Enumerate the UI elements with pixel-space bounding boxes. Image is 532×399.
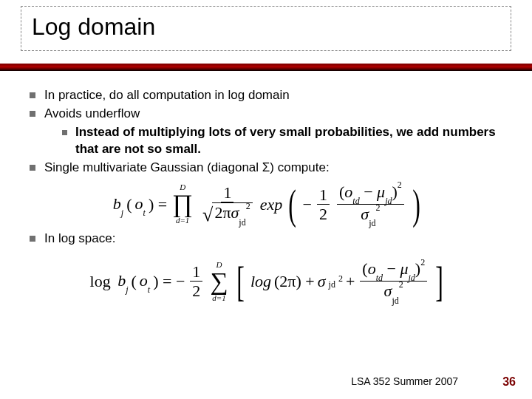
title-box: Log domain xyxy=(21,6,511,51)
equation-log-gaussian: log bj(ot) = − 1 2 D ∑ d=1 [ log(2π) + σ… xyxy=(28,259,508,303)
slide: Log domain In practice, do all computati… xyxy=(0,0,532,399)
sub-bullet-list: Instead of multiplying lots of very smal… xyxy=(44,124,508,158)
accent-bar xyxy=(0,64,532,71)
content-area: In practice, do all computation in log d… xyxy=(28,87,508,307)
bullet-list: In practice, do all computation in log d… xyxy=(28,87,508,177)
slide-title: Log domain xyxy=(32,14,500,40)
footer-label: LSA 352 Summer 2007 xyxy=(351,375,458,387)
bullet-list: In log space: xyxy=(28,231,508,248)
bullet-item: Avoids underflow Instead of multiplying … xyxy=(28,106,508,158)
equation-gaussian: bj(ot) = D ∏ d=1 1 √ 2πσjd2 exp ( − 1 xyxy=(28,183,508,226)
bullet-item: Single multivariate Gaussian (diagonal Σ… xyxy=(28,160,508,177)
bullet-item: In practice, do all computation in log d… xyxy=(28,87,508,104)
bullet-text: Avoids underflow xyxy=(44,106,140,120)
page-number: 36 xyxy=(502,375,516,389)
sub-bullet-item: Instead of multiplying lots of very smal… xyxy=(61,124,508,158)
bullet-item: In log space: xyxy=(28,231,508,248)
